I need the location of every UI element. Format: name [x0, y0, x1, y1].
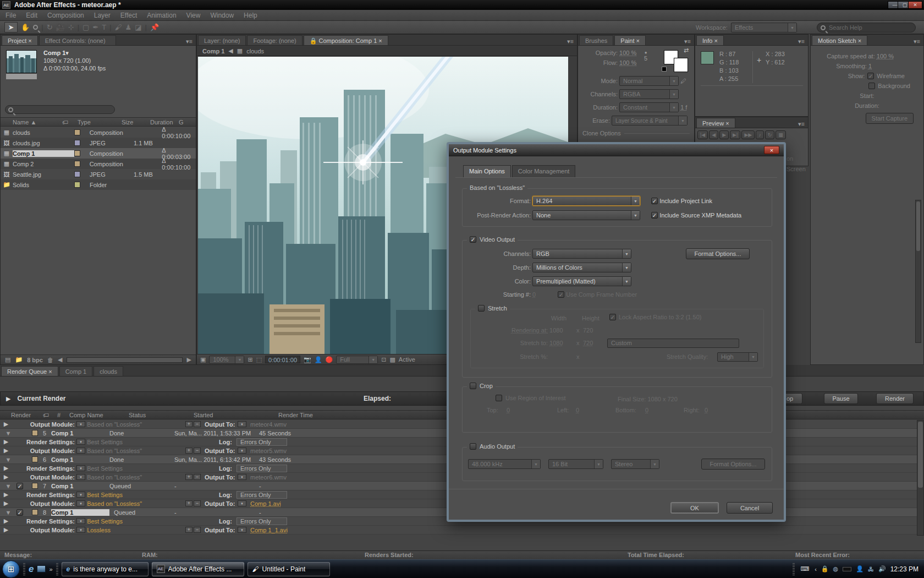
panel-menu-icon[interactable]: ▾≡	[910, 38, 923, 45]
audio-output-checkbox[interactable]	[470, 443, 476, 450]
swap-colors-icon[interactable]: ⇄	[684, 47, 689, 54]
play-button[interactable]: ▶	[719, 130, 729, 139]
menu-view[interactable]: View	[186, 12, 201, 19]
menu-composition[interactable]: Composition	[47, 12, 84, 19]
menu-help[interactable]: Help	[244, 12, 257, 19]
hand-tool-icon[interactable]: ✋	[21, 23, 30, 31]
tab-comp1-timeline[interactable]: Comp 1	[59, 366, 93, 376]
puppet-pin-tool-icon[interactable]: 📌	[150, 23, 159, 31]
tray-expand-icon[interactable]: ‹	[815, 566, 817, 572]
brush-tool-icon[interactable]: 🖌	[115, 23, 122, 31]
tray-user-icon[interactable]: 👤	[856, 565, 864, 572]
wireframe-checkbox[interactable]: ✓	[867, 73, 874, 79]
audio-button[interactable]: ♪	[756, 130, 764, 139]
disclosure-icon[interactable]: ▶	[0, 500, 12, 507]
breadcrumb-layer[interactable]: clouds	[246, 48, 264, 54]
crop-right-value[interactable]: 0	[705, 407, 708, 413]
rq-vscrollbar[interactable]	[917, 420, 924, 536]
audio-format-options-button[interactable]: Format Options...	[701, 459, 765, 470]
start-capture-button[interactable]: Start Capture	[866, 113, 914, 124]
log-dropdown[interactable]: Errors Only	[237, 465, 287, 472]
shape-tool-icon[interactable]: ▢	[82, 23, 89, 31]
tab-effect-controls[interactable]: Effect Controls: (none)	[39, 35, 116, 45]
dialog-close-button[interactable]: ×	[764, 146, 779, 154]
tab-render-queue[interactable]: Render Queue ×	[1, 366, 58, 376]
roi-icon[interactable]: ⊡	[381, 356, 386, 363]
panel-vscrollbar[interactable]	[915, 200, 921, 343]
hscroll-right-icon[interactable]: ▶	[187, 356, 191, 363]
show-snapshot-icon[interactable]: 👤	[315, 356, 322, 363]
stretch-preset-dropdown[interactable]: Custom	[607, 339, 739, 348]
crop-checkbox[interactable]	[470, 383, 476, 389]
selection-tool-icon[interactable]: ➤	[4, 22, 18, 32]
tab-brushes[interactable]: Brushes	[579, 35, 613, 45]
menu-animation[interactable]: Animation	[147, 12, 176, 19]
workspace-dropdown[interactable]: Effects▼	[731, 23, 797, 32]
close-button[interactable]: ✕	[908, 1, 922, 9]
disclosure-icon[interactable]: ▶	[0, 465, 12, 472]
last-frame-button[interactable]: ▶▶	[741, 130, 755, 139]
paint-color-swatches[interactable]: ⇄	[662, 49, 691, 72]
video-output-checkbox[interactable]: ✓	[470, 236, 476, 243]
project-hscrollbar[interactable]	[67, 357, 182, 363]
help-search-input[interactable]: Search Help	[817, 23, 916, 32]
hscroll-left-icon[interactable]: ◀	[58, 356, 62, 363]
col-status[interactable]: Status	[129, 412, 194, 418]
dialog-title-bar[interactable]: Output Module Settings ×	[449, 144, 784, 156]
ok-button[interactable]: OK	[670, 502, 719, 514]
default-colors-icon[interactable]	[662, 67, 667, 72]
tray-display-icon[interactable]	[843, 567, 851, 571]
ram-preview-button[interactable]: ▦	[776, 130, 786, 139]
always-preview-icon[interactable]: ▣	[200, 356, 206, 363]
col-tag-icon[interactable]: 🏷	[43, 412, 57, 418]
tray-globe-icon[interactable]: ◍	[833, 565, 839, 572]
tab-layer[interactable]: Layer: (none)	[198, 35, 246, 45]
trash-icon[interactable]: 🗑	[47, 357, 53, 363]
col-extra[interactable]: G	[179, 119, 184, 126]
audio-depth-dropdown[interactable]: 16 Bit▼	[548, 459, 603, 469]
start-button[interactable]: ⊞	[2, 560, 20, 578]
tray-keyboard-icon[interactable]: ⌨	[800, 565, 809, 572]
panel-menu-icon[interactable]: ▾≡	[795, 38, 808, 45]
tab-main-options[interactable]: Main Options	[463, 165, 511, 177]
pan-behind-tool-icon[interactable]: ⊹	[68, 23, 74, 31]
interpret-footage-icon[interactable]: ▤	[5, 356, 10, 363]
col-render-time[interactable]: Render Time	[278, 412, 313, 418]
disclosure-icon[interactable]: ▶	[0, 526, 12, 533]
mode-dropdown[interactable]: Normal▼	[619, 76, 679, 86]
crop-left-value[interactable]: 0	[576, 407, 579, 413]
panel-menu-icon[interactable]: ▾≡	[564, 38, 577, 45]
channels-dropdown[interactable]: RGB▼	[532, 249, 631, 259]
taskbar-item-paint[interactable]: 🖌 Untitled - Paint	[248, 562, 330, 576]
disclosure-icon[interactable]: ▶	[0, 447, 12, 454]
audio-rate-dropdown[interactable]: 48.000 kHz▼	[468, 459, 541, 469]
flow-value[interactable]: 100 %	[619, 59, 636, 66]
camera-tool-icon[interactable]: 🎥	[56, 23, 65, 31]
project-comp-name[interactable]: Comp 1▾	[43, 49, 106, 57]
tab-composition[interactable]: 🔒 Composition: Comp 1 ×	[304, 35, 388, 45]
duration-frames[interactable]: 1 f	[680, 104, 687, 111]
breadcrumb-comp[interactable]: Comp 1	[202, 48, 224, 54]
log-dropdown[interactable]: Errors Only	[237, 491, 287, 499]
zoom-tool-icon[interactable]	[33, 25, 38, 30]
output-file-link[interactable]: Comp 1.avi	[250, 500, 281, 507]
opacity-value[interactable]: 100 %	[619, 50, 636, 56]
video-format-options-button[interactable]: Format Options...	[686, 248, 750, 259]
taskbar-item-browser[interactable]: e is there anyway to e...	[62, 562, 148, 576]
tab-project[interactable]: Project ×	[2, 35, 38, 45]
smoothing-value[interactable]: 1	[868, 63, 872, 69]
disclosure-icon[interactable]: ▶	[0, 438, 12, 445]
project-row[interactable]: 📁SolidsFolder	[1, 179, 196, 190]
format-dropdown[interactable]: H.264▼	[532, 196, 640, 206]
color-dropdown[interactable]: Premultiplied (Matted)▼	[532, 276, 631, 286]
project-row[interactable]: ▦Comp 2CompositionΔ 0:00:10:00	[1, 159, 196, 169]
include-project-link-checkbox[interactable]: ✓	[651, 198, 658, 204]
disclosure-icon[interactable]: ▶	[0, 421, 12, 428]
col-size[interactable]: Size	[122, 119, 150, 126]
stretch-checkbox[interactable]	[478, 305, 485, 312]
depth-dropdown[interactable]: Millions of Colors▼	[532, 263, 631, 272]
render-button[interactable]: Render	[876, 393, 914, 404]
disclosure-icon[interactable]: ▼	[0, 456, 16, 463]
log-dropdown[interactable]: Errors Only	[237, 438, 287, 446]
tab-paint[interactable]: Paint ×	[614, 35, 646, 45]
